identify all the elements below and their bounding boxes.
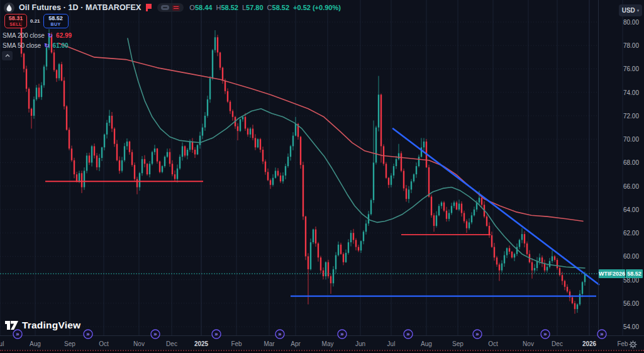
time-axis-month-label: Apr bbox=[291, 340, 301, 347]
time-axis-year-label: 2025 bbox=[194, 340, 208, 347]
price-axis-label: 56.00 bbox=[623, 300, 639, 306]
symbol-title[interactable]: Oil Futures · 1D · MATBAROFEX bbox=[19, 3, 141, 12]
flag-icon[interactable] bbox=[145, 4, 153, 12]
price-axis-label: 72.00 bbox=[623, 112, 639, 119]
time-axis-year-label: 2026 bbox=[582, 340, 596, 347]
sma-line[interactable] bbox=[128, 38, 585, 268]
time-axis-month-label: Oct bbox=[488, 340, 498, 347]
oil-drop-icon bbox=[4, 3, 14, 13]
time-axis-month-label: Jul bbox=[0, 340, 4, 347]
time-axis-month-label: Dec bbox=[166, 340, 177, 347]
symbol-header: Oil Futures · 1D · MATBAROFEX O58.44 H58… bbox=[4, 2, 341, 13]
close-value: 58.52 bbox=[272, 4, 290, 11]
time-axis-month-label: Oct bbox=[99, 340, 109, 347]
price-axis-label: 78.00 bbox=[623, 42, 639, 49]
price-axis-label: 62.00 bbox=[623, 230, 639, 237]
collapse-legend-button[interactable] bbox=[2, 51, 13, 60]
tradingview-logo[interactable]: TradingView bbox=[5, 320, 80, 331]
time-axis-month-label: Sep bbox=[452, 340, 464, 347]
quick-actions-pill[interactable] bbox=[157, 3, 184, 12]
bottom-edge-band bbox=[0, 350, 644, 353]
time-axis-month-label: Feb bbox=[231, 340, 242, 347]
indicator-legend: SMA 200 close ↻ 62.99 SMA 50 close ↻ 61.… bbox=[3, 30, 72, 50]
price-axis-label: 54.00 bbox=[623, 323, 639, 330]
price-axis[interactable]: 80.0078.0076.0074.0072.0070.0068.0066.00… bbox=[598, 0, 644, 335]
price-axis-label: 70.00 bbox=[623, 136, 639, 143]
price-axis-label: 60.00 bbox=[623, 253, 639, 260]
time-axis-month-label: Aug bbox=[30, 340, 41, 347]
time-axis-month-label: Mar bbox=[264, 340, 274, 347]
capsule-icon[interactable] bbox=[161, 5, 169, 10]
open-value: 58.44 bbox=[195, 4, 213, 11]
price-axis-label: 80.00 bbox=[623, 19, 639, 26]
ohlc-readout: O58.44 H58.52 L57.80 C58.52 +0.52 (+0.90… bbox=[189, 4, 341, 11]
time-axis-month-label: Jun bbox=[355, 340, 365, 347]
change-value: +0.52 (+0.90%) bbox=[293, 4, 341, 11]
sma-line[interactable] bbox=[58, 43, 583, 221]
low-value: 57.80 bbox=[246, 4, 264, 11]
symbol-label: WTIF2026 bbox=[599, 269, 625, 278]
sma200-value: 62.99 bbox=[56, 32, 72, 39]
indicator-row-sma50[interactable]: SMA 50 close ↻ 61.00 bbox=[3, 40, 72, 50]
time-axis-month-label: Nov bbox=[523, 340, 534, 347]
tradingview-mark-icon bbox=[5, 320, 18, 331]
time-axis-month-label: Dec bbox=[552, 340, 563, 347]
drawn-trendline[interactable] bbox=[393, 128, 599, 284]
chart-pane[interactable]: »»»»»»»»»» bbox=[0, 0, 644, 353]
time-axis-month-label: Nov bbox=[133, 340, 145, 347]
loading-spinner-icon: ↻ bbox=[48, 32, 53, 39]
last-price-chip: WTIF2026 58.52 bbox=[599, 269, 643, 278]
last-price-value: 58.52 bbox=[626, 269, 643, 278]
axis-settings-gear-icon[interactable] bbox=[627, 340, 638, 349]
price-axis-label: 64.00 bbox=[623, 206, 639, 213]
tradingview-wordmark: TradingView bbox=[22, 320, 80, 331]
price-axis-label: 68.00 bbox=[623, 159, 639, 166]
buy-button[interactable]: 58.52 BUY bbox=[43, 14, 69, 28]
price-axis-label: 76.00 bbox=[623, 65, 639, 72]
high-value: 58.52 bbox=[221, 4, 238, 11]
loading-spinner-icon: ↻ bbox=[44, 42, 49, 49]
list-icon[interactable] bbox=[172, 5, 180, 11]
spread-value: 0.21 bbox=[30, 18, 40, 24]
sma50-value: 61.00 bbox=[53, 42, 69, 49]
time-axis-month-label: May bbox=[322, 340, 334, 347]
time-axis-month-label: Sep bbox=[64, 340, 75, 347]
time-axis-month-label: Jul bbox=[387, 340, 396, 347]
trade-panel: 58.31 SELL 0.21 58.52 BUY bbox=[4, 14, 69, 28]
price-axis-label: 74.00 bbox=[623, 89, 639, 96]
indicator-row-sma200[interactable]: SMA 200 close ↻ 62.99 bbox=[3, 30, 72, 40]
trading-chart-window: »»»»»»»»»» Oil Futures · 1D · MATBAROFEX… bbox=[0, 0, 644, 353]
sell-button[interactable]: 58.31 SELL bbox=[4, 14, 27, 28]
price-axis-label: 66.00 bbox=[623, 182, 639, 189]
candlestick-series bbox=[18, 14, 586, 314]
time-axis-month-label: Aug bbox=[421, 340, 432, 347]
